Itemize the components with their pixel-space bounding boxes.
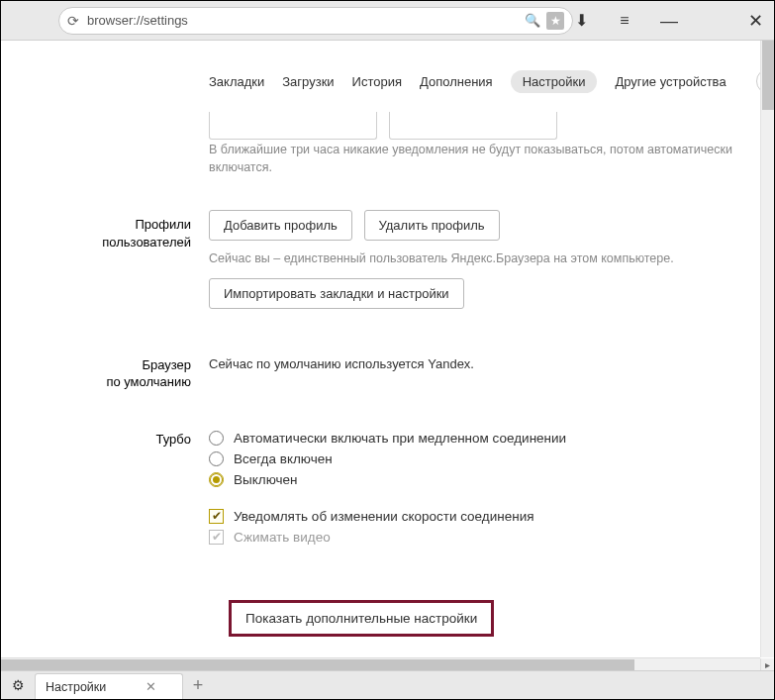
tab-strip: ⚙ Настройки ✕ + [1,670,774,699]
checkbox-label: Сжимать видео [234,530,331,545]
turbo-radio-always-on[interactable]: Всегда включен [209,451,754,466]
window-minimize-icon[interactable]: — [660,12,676,30]
section-label-turbo: Турбо [21,425,209,550]
nav-bookmarks[interactable]: Закладки [209,74,264,89]
radio-icon [209,431,224,446]
profiles-hint: Сейчас вы – единственный пользователь Ян… [209,250,754,268]
section-turbo: Турбо Автоматически включать при медленн… [21,425,754,550]
section-label-default-browser: Браузерпо умолчанию [21,350,209,391]
downloads-icon[interactable]: ⬇ [573,11,589,30]
default-browser-text: Сейчас по умолчанию используется Yandex. [209,350,754,371]
import-button[interactable]: Импортировать закладки и настройки [209,278,464,309]
scrollbar-thumb[interactable] [762,41,774,110]
tab-title: Настройки [46,680,106,694]
vertical-scrollbar[interactable] [760,41,774,657]
nav-settings[interactable]: Настройки [511,70,598,93]
radio-icon [209,472,224,487]
window-titlebar: ⟳ 🔍 ★ ⬇ ≡ — ✕ [1,1,774,41]
radio-label: Всегда включен [234,451,333,466]
url-input[interactable] [85,12,519,29]
tab-close-icon[interactable]: ✕ [145,679,156,694]
section-profiles: Профилипользователей Добавить профиль Уд… [21,210,754,317]
section-default-browser: Браузерпо умолчанию Сейчас по умолчанию … [21,350,754,391]
checkbox-label: Уведомлять об изменении скорости соедине… [234,509,534,524]
radio-icon [209,451,224,466]
remove-profile-button[interactable]: Удалить профиль [364,210,500,241]
menu-icon[interactable]: ≡ [617,12,632,30]
window-close-icon[interactable]: ✕ [747,12,763,30]
nav-addons[interactable]: Дополнения [420,74,493,89]
turbo-radio-off[interactable]: Выключен [209,472,754,487]
scrollbar-thumb[interactable] [1,659,634,670]
reload-icon[interactable]: ⟳ [67,13,79,29]
tab-settings[interactable]: Настройки ✕ [35,673,183,699]
new-tab-button[interactable]: + [183,671,213,699]
section-notifications: В ближайшие три часа никакие уведомления… [21,112,754,176]
notifications-hint: В ближайшие три часа никакие уведомления… [209,142,754,176]
checkbox-icon: ✔ [209,530,224,545]
horizontal-scrollbar[interactable]: ▸ [1,657,760,670]
radio-label: Выключен [234,472,297,487]
settings-page: Закладки Загрузки История Дополнения Нас… [1,41,774,657]
turbo-radio-auto[interactable]: Автоматически включать при медленном сое… [209,431,754,446]
checkbox-icon: ✔ [209,509,224,524]
omnibox[interactable]: ⟳ 🔍 ★ [58,7,573,35]
section-label-profiles: Профилипользователей [21,210,209,317]
radio-label: Автоматически включать при медленном сое… [234,431,566,446]
show-advanced-link[interactable]: Показать дополнительные настройки [229,600,494,637]
nav-other-devices[interactable]: Другие устройства [615,74,726,89]
settings-nav: Закладки Загрузки История Дополнения Нас… [1,41,774,112]
bookmark-star-icon[interactable]: ★ [546,12,564,30]
ghost-button[interactable] [389,112,557,140]
nav-history[interactable]: История [352,74,402,89]
nav-downloads[interactable]: Загрузки [282,74,334,89]
gear-icon[interactable]: ⚙ [1,671,35,699]
turbo-checkbox-notify[interactable]: ✔ Уведомлять об изменении скорости соеди… [209,509,754,524]
titlebar-controls: ⬇ ≡ — ✕ [573,11,763,30]
turbo-checkbox-compress-video: ✔ Сжимать видео [209,530,754,545]
search-icon[interactable]: 🔍 [525,13,540,28]
add-profile-button[interactable]: Добавить профиль [209,210,352,241]
ghost-button[interactable] [209,112,377,140]
